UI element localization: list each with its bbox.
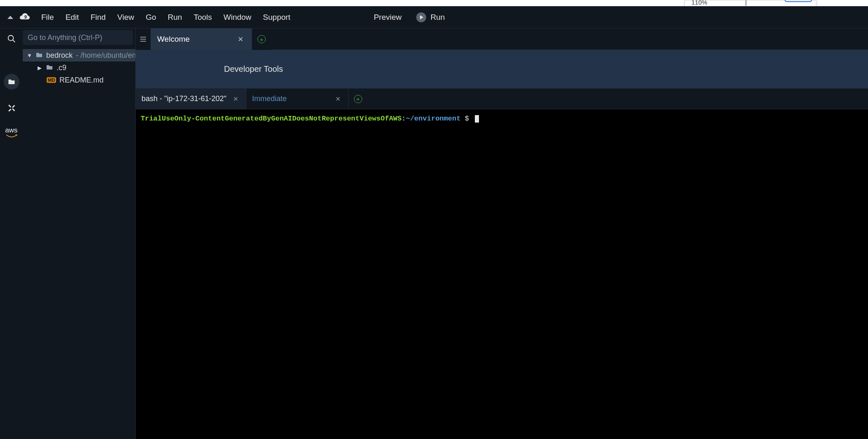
menu-support[interactable]: Support bbox=[258, 10, 295, 24]
tab-welcome[interactable]: Welcome ✕ bbox=[151, 28, 252, 50]
svg-text:9: 9 bbox=[24, 14, 27, 19]
file-tree-panel: Go to Anything (Ctrl-P) ▼ bedrock - /hom… bbox=[23, 28, 135, 439]
collapse-up-icon[interactable] bbox=[7, 16, 13, 19]
ide-app: 9 File Edit Find View Go Run Tools Windo… bbox=[0, 6, 868, 439]
menu-find[interactable]: Find bbox=[85, 10, 111, 24]
menubar: 9 File Edit Find View Go Run Tools Windo… bbox=[0, 6, 868, 28]
tree-item-file[interactable]: MD README.md bbox=[23, 74, 135, 86]
tree-root[interactable]: ▼ bedrock - /home/ubuntu/environment bbox=[23, 49, 135, 61]
svg-line-2 bbox=[12, 40, 15, 42]
developer-tools-banner: Developer Tools bbox=[136, 50, 868, 89]
menu-file[interactable]: File bbox=[36, 10, 59, 24]
close-icon[interactable]: ✕ bbox=[334, 94, 342, 104]
prompt-dollar: $ bbox=[460, 115, 473, 123]
run-button[interactable]: Run bbox=[430, 10, 450, 24]
widget-outline-button[interactable] bbox=[785, 0, 812, 2]
menu-view[interactable]: View bbox=[112, 10, 139, 24]
caret-right-icon: ▶ bbox=[37, 65, 42, 71]
goto-anything-input[interactable]: Go to Anything (Ctrl-P) bbox=[23, 30, 133, 45]
terminal-tab-bar: bash - "ip-172-31-61-202" ✕ Immediate ✕ … bbox=[136, 89, 868, 109]
menu-tools[interactable]: Tools bbox=[189, 10, 217, 24]
plus-icon: + bbox=[354, 95, 362, 103]
menu-window[interactable]: Window bbox=[219, 10, 257, 24]
folder-icon bbox=[35, 51, 43, 60]
widget-divider: | bbox=[745, 0, 747, 5]
terminal-output[interactable]: TrialUseOnly-ContentGeneratedByGenAIDoes… bbox=[136, 109, 868, 439]
cloud9-logo-icon[interactable]: 9 bbox=[19, 13, 31, 22]
new-tab-button[interactable]: + bbox=[252, 28, 271, 50]
tree-item-label: README.md bbox=[59, 76, 104, 85]
file-tree: ▼ bedrock - /home/ubuntu/environment ▶ .… bbox=[23, 47, 135, 439]
aws-toolkit-icon[interactable]: aws bbox=[4, 127, 19, 139]
editor-tab-bar: Welcome ✕ + bbox=[136, 28, 868, 50]
terminal-tab-immediate[interactable]: Immediate ✕ bbox=[246, 89, 349, 109]
prompt-user: TrialUseOnly-ContentGeneratedByGenAIDoes… bbox=[141, 115, 402, 123]
terminal-tab-bash[interactable]: bash - "ip-172-31-61-202" ✕ bbox=[136, 89, 246, 109]
tree-item-label: .c9 bbox=[57, 64, 66, 72]
menu-edit[interactable]: Edit bbox=[61, 10, 84, 24]
developer-tools-label: Developer Tools bbox=[224, 64, 283, 74]
close-icon[interactable]: ✕ bbox=[236, 34, 245, 45]
tab-label: Welcome bbox=[157, 35, 190, 44]
menu-go[interactable]: Go bbox=[141, 10, 161, 24]
source-control-icon[interactable] bbox=[4, 100, 19, 116]
terminal-cursor bbox=[475, 115, 479, 123]
aws-label: aws bbox=[5, 127, 17, 134]
goto-placeholder: Go to Anything (Ctrl-P) bbox=[28, 33, 102, 42]
file-tree-toggle-icon[interactable] bbox=[4, 74, 19, 90]
preview-button[interactable]: Preview bbox=[369, 10, 407, 24]
search-icon[interactable] bbox=[4, 31, 19, 47]
markdown-badge-icon: MD bbox=[47, 77, 56, 83]
caret-down-icon: ▼ bbox=[27, 52, 32, 59]
prompt-path: ~/environment bbox=[406, 115, 461, 123]
run-play-icon[interactable] bbox=[416, 12, 426, 22]
widget-left-text: 110% bbox=[691, 0, 707, 5]
menu-run[interactable]: Run bbox=[163, 10, 187, 24]
tab-list-menu-icon[interactable] bbox=[136, 28, 151, 50]
ide-body: aws Go to Anything (Ctrl-P) ▼ bedrock bbox=[0, 28, 868, 439]
close-icon[interactable]: ✕ bbox=[231, 94, 240, 104]
editor-tab-rest bbox=[271, 28, 868, 50]
left-icon-rail: aws bbox=[0, 28, 23, 439]
main-column: Welcome ✕ + Developer Tools bash - "ip-1… bbox=[135, 28, 868, 439]
folder-icon bbox=[46, 64, 53, 72]
new-terminal-tab-button[interactable]: + bbox=[349, 89, 368, 109]
tree-item-folder[interactable]: ▶ .c9 bbox=[23, 61, 135, 74]
preview-run-group: Preview Run bbox=[369, 10, 450, 24]
terminal-tab-label: Immediate bbox=[252, 94, 287, 103]
terminal-tab-rest bbox=[368, 89, 868, 109]
tree-root-name: bedrock bbox=[46, 51, 73, 60]
svg-point-1 bbox=[8, 35, 13, 41]
svg-point-5 bbox=[10, 107, 13, 109]
plus-icon: + bbox=[257, 35, 266, 43]
prompt-colon: : bbox=[402, 115, 406, 123]
terminal-tab-label: bash - "ip-172-31-61-202" bbox=[142, 94, 226, 103]
